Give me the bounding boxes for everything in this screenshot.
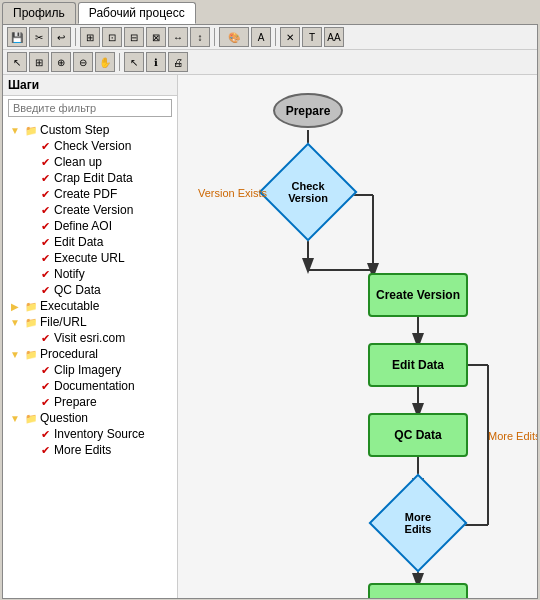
tree-item-define-aoi[interactable]: ✔ Define AOI (3, 218, 177, 234)
check-icon-me: ✔ (38, 443, 52, 457)
tb2-zoom-in[interactable]: ⊕ (51, 52, 71, 72)
version-exists-text: Version Exists (198, 187, 267, 199)
tree-item-clip-imagery[interactable]: ✔ Clip Imagery (3, 362, 177, 378)
folder-icon2: 📁 (24, 123, 38, 137)
tree-label-check-version: Check Version (54, 139, 131, 153)
tab-workflow[interactable]: Рабочий процесс (78, 2, 196, 24)
check-icon-crv: ✔ (38, 203, 52, 217)
node-check-version: CheckVersion (268, 152, 348, 232)
node-more-edits: MoreEdits (378, 483, 458, 563)
tb-save[interactable]: 💾 (7, 27, 27, 47)
tree-folder-fileurl[interactable]: ▼ 📁 File/URL (3, 314, 177, 330)
tb-b1[interactable]: ⊞ (80, 27, 100, 47)
node-create-version: Create Version (368, 273, 468, 317)
tb-text[interactable]: T (302, 27, 322, 47)
tree-item-clean-up[interactable]: ✔ Clean up (3, 154, 177, 170)
label-more-edits-required: More Edits Required (488, 430, 537, 442)
tree-item-inventory[interactable]: ✔ Inventory Source (3, 426, 177, 442)
toolbar2: ↖ ⊞ ⊕ ⊖ ✋ ↖ ℹ 🖨 (3, 50, 537, 75)
tb2-print[interactable]: 🖨 (168, 52, 188, 72)
folder-icon-proc: 📁 (24, 347, 38, 361)
tree-label-inventory: Inventory Source (54, 427, 145, 441)
divider1 (75, 28, 76, 46)
label-qc-data: QC Data (394, 428, 441, 442)
steps-header: Шаги (3, 75, 177, 96)
tb2-zoom-out[interactable]: ⊖ (73, 52, 93, 72)
label-check-version: CheckVersion (288, 180, 328, 204)
tree-item-documentation[interactable]: ✔ Documentation (3, 378, 177, 394)
tb-b5[interactable]: ↔ (168, 27, 188, 47)
tree-item-notify[interactable]: ✔ Notify (3, 266, 177, 282)
toolbar1: 💾 ✂ ↩ ⊞ ⊡ ⊟ ⊠ ↔ ↕ 🎨 A ✕ T AA (3, 25, 537, 50)
check-icon-ve: ✔ (38, 331, 52, 345)
tb2-select[interactable]: ↖ (124, 52, 144, 72)
left-panel: Шаги ▼ 📁 Custom Step ✔ Check Version ✔ C… (3, 75, 178, 598)
right-panel: Prepare CheckVersion Version Exists Crea… (178, 75, 537, 598)
tree-label-create-pdf: Create PDF (54, 187, 117, 201)
tb2-info[interactable]: ℹ (146, 52, 166, 72)
tb-color[interactable]: 🎨 (219, 27, 249, 47)
tb2-cursor[interactable]: ↖ (7, 52, 27, 72)
check-icon-pr: ✔ (38, 395, 52, 409)
check-icon-qc: ✔ (38, 283, 52, 297)
tb-cut[interactable]: ✂ (29, 27, 49, 47)
check-icon-cv: ✔ (38, 139, 52, 153)
folder-icon-custom: ▼ (8, 123, 22, 137)
divider4 (119, 53, 120, 71)
tree-label-prepare-proc: Prepare (54, 395, 97, 409)
tb-b6[interactable]: ↕ (190, 27, 210, 47)
tree-folder-question[interactable]: ▼ 📁 Question (3, 410, 177, 426)
check-icon-inv: ✔ (38, 427, 52, 441)
tree-item-create-version[interactable]: ✔ Create Version (3, 202, 177, 218)
tree-label-procedural: Procedural (40, 347, 98, 361)
filter-input[interactable] (8, 99, 172, 117)
tree-item-qc-data[interactable]: ✔ QC Data (3, 282, 177, 298)
tree-item-prepare[interactable]: ✔ Prepare (3, 394, 177, 410)
check-icon-doc: ✔ (38, 379, 52, 393)
check-icon-cu: ✔ (38, 155, 52, 169)
tree-folder-procedural[interactable]: ▼ 📁 Procedural (3, 346, 177, 362)
tb-b4[interactable]: ⊠ (146, 27, 166, 47)
tab-profile[interactable]: Профиль (2, 2, 76, 24)
tree-label-notify: Notify (54, 267, 85, 281)
tree-item-crap-edit[interactable]: ✔ Crap Edit Data (3, 170, 177, 186)
tree-label-execute-url: Execute URL (54, 251, 125, 265)
divider2 (214, 28, 215, 46)
check-icon-ed: ✔ (38, 235, 52, 249)
tb-undo[interactable]: ↩ (51, 27, 71, 47)
tree-label-clip-imagery: Clip Imagery (54, 363, 121, 377)
tree-item-create-pdf[interactable]: ✔ Create PDF (3, 186, 177, 202)
tb2-zoom-extent[interactable]: ⊞ (29, 52, 49, 72)
tree-item-check-version[interactable]: ✔ Check Version (3, 138, 177, 154)
node-clean-up: Clean up (368, 583, 468, 598)
content-area: Шаги ▼ 📁 Custom Step ✔ Check Version ✔ C… (3, 75, 537, 598)
tree-label-fileurl: File/URL (40, 315, 87, 329)
folder-icon-quest-arrow: ▼ (8, 411, 22, 425)
check-icon-ci: ✔ (38, 363, 52, 377)
tree-item-execute-url[interactable]: ✔ Execute URL (3, 250, 177, 266)
folder-icon-fileurl-arrow: ▼ (8, 315, 22, 329)
folder-icon-exec-arrow: ▶ (8, 299, 22, 313)
tree-label-crap-edit: Crap Edit Data (54, 171, 133, 185)
tree-label-create-version: Create Version (54, 203, 133, 217)
tree-folder-executable[interactable]: ▶ 📁 Executable (3, 298, 177, 314)
tree-item-edit-data[interactable]: ✔ Edit Data (3, 234, 177, 250)
tree-label-edit-data: Edit Data (54, 235, 103, 249)
tb2-pan[interactable]: ✋ (95, 52, 115, 72)
tree-item-more-edits[interactable]: ✔ More Edits (3, 442, 177, 458)
tb-aa[interactable]: AA (324, 27, 344, 47)
divider3 (275, 28, 276, 46)
tree-label-documentation: Documentation (54, 379, 135, 393)
folder-icon-fileurl: 📁 (24, 315, 38, 329)
tree-folder-custom-step[interactable]: ▼ 📁 Custom Step (3, 122, 177, 138)
check-icon-ce: ✔ (38, 171, 52, 185)
tree-item-visit-esri[interactable]: ✔ Visit esri.com (3, 330, 177, 346)
tb-x[interactable]: ✕ (280, 27, 300, 47)
tb-a[interactable]: A (251, 27, 271, 47)
check-icon-no: ✔ (38, 267, 52, 281)
folder-icon-exec: 📁 (24, 299, 38, 313)
tb-b3[interactable]: ⊟ (124, 27, 144, 47)
label-create-version: Create Version (376, 288, 460, 302)
tb-b2[interactable]: ⊡ (102, 27, 122, 47)
tree-label-question: Question (40, 411, 88, 425)
